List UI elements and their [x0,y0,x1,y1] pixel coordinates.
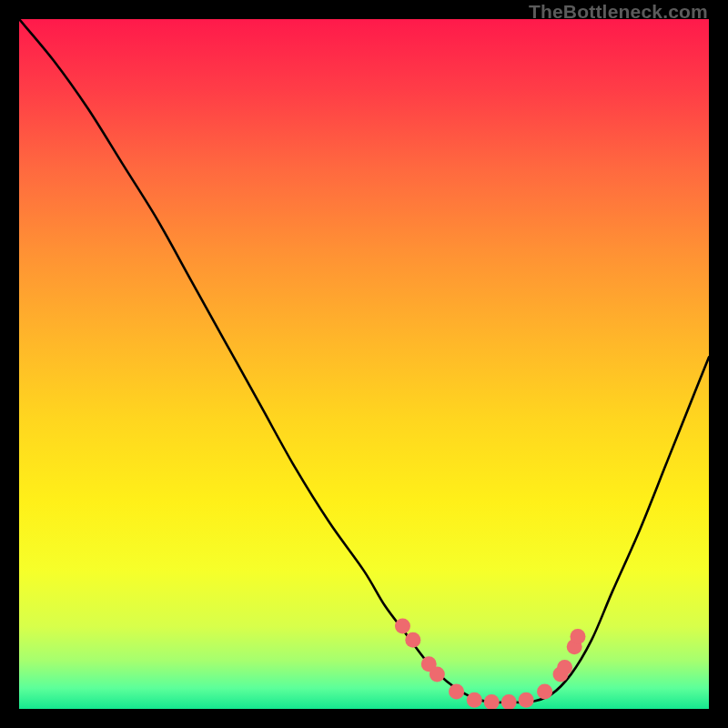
attribution-text: TheBottleneck.com [529,1,708,23]
curve-layer [19,19,709,709]
valley-marker [519,693,534,708]
valley-marker [570,629,585,644]
valley-marker [537,684,552,700]
plot-area [19,19,709,709]
chart-frame: TheBottleneck.com [0,0,728,728]
valley-marker [557,660,572,675]
valley-marker [467,693,482,708]
valley-marker [501,694,517,709]
valley-marker [395,619,410,634]
valley-marker [430,667,445,682]
valley-marker [449,684,464,700]
valley-marker [405,632,420,648]
valley-marker [484,694,500,709]
valley-markers [395,619,586,709]
bottleneck-curve [19,19,709,703]
